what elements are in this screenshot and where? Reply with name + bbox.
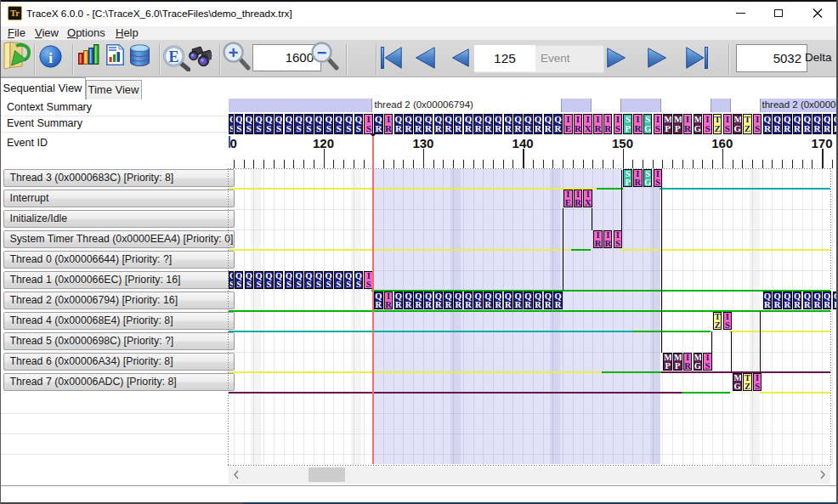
svg-text:−: −: [317, 43, 327, 62]
svg-text:i: i: [48, 50, 53, 66]
svg-text:+: +: [229, 43, 239, 62]
svg-text:E: E: [169, 48, 179, 65]
